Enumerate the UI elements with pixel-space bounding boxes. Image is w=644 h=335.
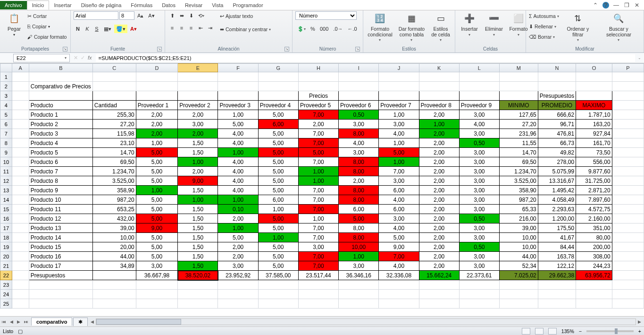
cell[interactable] — [12, 129, 29, 138]
price-cell[interactable]: 1,50 — [178, 252, 218, 261]
price-cell[interactable]: 5,00 — [136, 252, 177, 261]
price-cell[interactable]: 4,00 — [218, 138, 258, 148]
price-cell[interactable]: 4,00 — [218, 129, 258, 138]
cell[interactable] — [419, 82, 459, 91]
price-cell[interactable]: 6,00 — [258, 195, 298, 205]
price-cell[interactable]: 1,50 — [178, 148, 218, 157]
format-painter-button[interactable]: 🖌Copiar formato — [27, 32, 67, 42]
row-header-23[interactable]: 23 — [0, 280, 12, 290]
min-cell[interactable]: 231,96 — [499, 129, 538, 138]
header-max[interactable]: MAXIMO — [576, 101, 612, 110]
align-right-icon[interactable]: ≡ — [187, 24, 195, 32]
total-min[interactable]: 7.025,02 — [499, 271, 538, 280]
price-cell[interactable]: 2,00 — [419, 148, 459, 157]
price-cell[interactable]: 6,00 — [379, 186, 419, 195]
price-cell[interactable]: 2,00 — [136, 110, 177, 120]
price-cell[interactable]: 6,00 — [258, 120, 298, 129]
quantity[interactable]: 358,90 — [92, 186, 136, 195]
row-header-5[interactable]: 5 — [0, 110, 12, 120]
cell[interactable] — [136, 72, 177, 82]
min-cell[interactable]: 358,90 — [499, 186, 538, 195]
product-name[interactable]: Producto 10 — [29, 195, 92, 205]
cell[interactable] — [612, 72, 644, 82]
product-name[interactable]: Producto 6 — [29, 157, 92, 167]
price-cell[interactable]: 7,00 — [298, 223, 338, 233]
min-cell[interactable]: 10,00 — [499, 233, 538, 242]
orientation-icon[interactable]: ⟲ — [196, 11, 206, 20]
cell[interactable] — [12, 242, 29, 252]
cell[interactable] — [339, 82, 379, 91]
product-name[interactable]: Producto 9 — [29, 186, 92, 195]
cell[interactable] — [612, 214, 644, 223]
min-cell[interactable]: 127,65 — [499, 110, 538, 120]
price-cell[interactable]: 4,00 — [379, 223, 419, 233]
cell[interactable] — [499, 72, 538, 82]
cell[interactable] — [459, 280, 499, 290]
align-bottom-icon[interactable]: ⬇ — [187, 11, 195, 20]
price-cell[interactable]: 2,00 — [419, 167, 459, 176]
cell[interactable] — [218, 299, 258, 309]
row-header-18[interactable]: 18 — [0, 233, 12, 242]
cell[interactable] — [92, 290, 136, 299]
quantity[interactable]: 653,25 — [92, 205, 136, 214]
avg-cell[interactable]: 2.293,63 — [538, 205, 576, 214]
avg-cell[interactable]: 66,73 — [538, 138, 576, 148]
cell[interactable]: Proveedor 1 — [136, 101, 177, 110]
quantity[interactable]: 34,89 — [92, 261, 136, 271]
increase-indent-icon[interactable]: ⇥ — [206, 24, 214, 32]
cell[interactable] — [612, 252, 644, 261]
price-cell[interactable]: 5,00 — [298, 148, 338, 157]
number-format-select[interactable]: Número — [295, 11, 357, 20]
avg-cell[interactable]: 175,50 — [538, 223, 576, 233]
fill-color-button[interactable]: 🪣▾ — [114, 25, 127, 33]
price-cell[interactable]: 2,00 — [419, 129, 459, 138]
cell[interactable] — [178, 280, 218, 290]
fill-button[interactable]: ⬇Rellenar — [529, 22, 559, 31]
price-cell[interactable]: 5,00 — [258, 129, 298, 138]
cell[interactable] — [612, 129, 644, 138]
cell[interactable] — [379, 82, 419, 91]
avg-cell[interactable]: 163,78 — [538, 252, 576, 261]
max-cell[interactable]: 244,23 — [576, 261, 612, 271]
row-header-11[interactable]: 11 — [0, 167, 12, 176]
price-cell[interactable]: 4,00 — [218, 176, 258, 186]
price-cell[interactable]: 1,00 — [178, 157, 218, 167]
cell[interactable] — [459, 91, 499, 101]
price-cell[interactable]: 2,00 — [136, 120, 177, 129]
price-cell[interactable]: 2,00 — [218, 214, 258, 223]
cell[interactable] — [612, 233, 644, 242]
price-cell[interactable]: 7,00 — [298, 110, 338, 120]
min-cell[interactable]: 65,33 — [499, 205, 538, 214]
price-cell[interactable]: 1,50 — [178, 242, 218, 252]
cell[interactable] — [612, 299, 644, 309]
cell[interactable]: Proveedor 2 — [178, 101, 218, 110]
max-cell[interactable]: 351,00 — [576, 223, 612, 233]
view-layout-icon[interactable] — [535, 328, 544, 335]
cell[interactable] — [576, 82, 612, 91]
cell[interactable] — [538, 82, 576, 91]
avg-cell[interactable]: 278,00 — [538, 157, 576, 167]
number-dialog-icon[interactable]: ↘ — [355, 47, 360, 52]
price-cell[interactable]: 1,00 — [218, 195, 258, 205]
sort-filter-button[interactable]: ⇅Ordenar y filtrar — [561, 11, 595, 43]
price-cell[interactable]: 7,00 — [379, 252, 419, 261]
fx-icon[interactable]: fx — [88, 55, 92, 61]
price-cell[interactable]: 1,00 — [379, 110, 419, 120]
cell[interactable] — [258, 299, 298, 309]
cell[interactable] — [612, 120, 644, 129]
price-cell[interactable]: 5,00 — [258, 214, 298, 223]
title-cell[interactable]: Comparativo de Precios — [29, 82, 92, 91]
quantity[interactable]: 23,10 — [92, 138, 136, 148]
row-header-17[interactable]: 17 — [0, 223, 12, 233]
price-cell[interactable]: 1,00 — [298, 167, 338, 176]
tab-review[interactable]: Revisar — [180, 1, 207, 9]
price-cell[interactable]: 1,00 — [218, 223, 258, 233]
tab-view[interactable]: Vista — [207, 1, 228, 9]
price-cell[interactable]: 2,00 — [419, 223, 459, 233]
cell[interactable] — [12, 110, 29, 120]
product-name[interactable]: Producto 14 — [29, 233, 92, 242]
price-cell[interactable]: 3,00 — [459, 205, 499, 214]
cell[interactable] — [12, 223, 29, 233]
price-cell[interactable]: 0,10 — [218, 205, 258, 214]
col-header-J[interactable]: J — [379, 64, 419, 72]
